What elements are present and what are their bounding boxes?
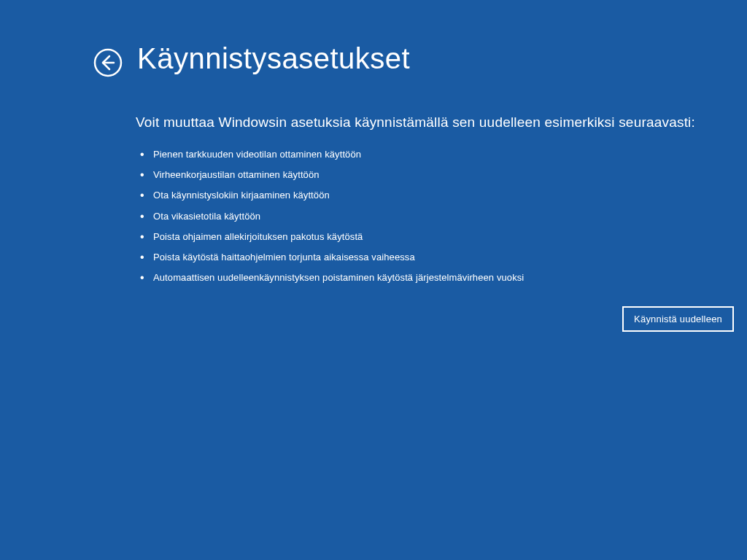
arrow-left-circle-icon	[93, 48, 123, 77]
header: Käynnistysasetukset	[0, 0, 747, 75]
list-item: Poista käytöstä haittaohjelmien torjunta…	[136, 251, 703, 264]
list-item: Pienen tarkkuuden videotilan ottaminen k…	[136, 148, 703, 161]
page-title: Käynnistysasetukset	[137, 42, 410, 75]
list-item: Virheenkorjaustilan ottaminen käyttöön	[136, 168, 703, 182]
content-area: Voit muuttaa Windowsin asetuksia käynnis…	[0, 75, 747, 284]
list-item: Poista ohjaimen allekirjoituksen pakotus…	[136, 230, 703, 244]
startup-options-list: Pienen tarkkuuden videotilan ottaminen k…	[136, 148, 703, 284]
list-item: Ota vikasietotila käyttöön	[136, 210, 703, 223]
list-item: Ota käynnistyslokiin kirjaaminen käyttöö…	[136, 189, 703, 202]
list-item: Automaattisen uudelleenkäynnistyksen poi…	[136, 271, 703, 284]
subtitle: Voit muuttaa Windowsin asetuksia käynnis…	[136, 114, 703, 131]
back-button[interactable]	[93, 48, 123, 77]
restart-button[interactable]: Käynnistä uudelleen	[622, 306, 734, 332]
